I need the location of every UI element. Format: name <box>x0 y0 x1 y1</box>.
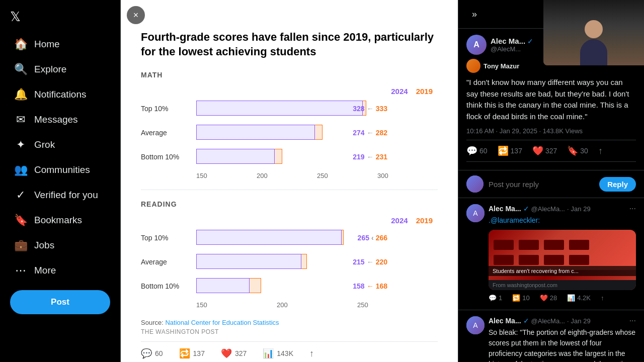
section-divider <box>141 190 438 190</box>
tweet-views: 143.8K <box>543 127 564 135</box>
reading-label-bottom10: Bottom 10% <box>141 282 196 290</box>
post-button[interactable]: Post <box>10 290 110 314</box>
retweet-button[interactable]: 🔁 137 <box>179 348 205 359</box>
sidebar-item-home[interactable]: 🏠 Home <box>4 33 116 56</box>
math-arrow-bot: ← <box>367 153 374 161</box>
sidebar-item-notifications[interactable]: 🔔 Notifications <box>4 83 116 106</box>
math-x-axis: 150 200 250 300 <box>141 172 438 179</box>
reading-label-top10: Top 10% <box>141 234 196 242</box>
source-text: Source: National Center for Education St… <box>141 319 438 326</box>
stat-likes[interactable]: ❤️ 327 <box>532 145 557 156</box>
sidebar: 𝕏 🏠 Home 🔍 Explore 🔔 Notifications ✉ Mes… <box>0 0 121 362</box>
like-button[interactable]: ❤️ 327 <box>221 348 247 359</box>
legend-2019-reading: 2019 <box>416 216 433 225</box>
reading-arrow-avg: ← <box>367 258 374 266</box>
reply-rt-btn-1[interactable]: 🔁 10 <box>512 294 529 302</box>
legend-2024-reading: 2024 <box>391 216 408 225</box>
reading-bar-bottom10: Bottom 10% 158 ← 168 <box>141 277 387 295</box>
reply-views-btn-1[interactable]: 📊 4.2K <box>567 294 591 302</box>
math-bars: Top 10% 328 ← 333 Average <box>141 100 438 166</box>
classroom-visual <box>489 230 636 270</box>
tweet-timestamp: 10:16 AM · Jan 29, 2025 <box>466 127 537 135</box>
source-org: THE WASHINGTON POST <box>141 328 438 335</box>
sidebar-item-jobs[interactable]: 💼 Jobs <box>4 234 116 257</box>
sidebar-item-bookmarks[interactable]: 🔖 Bookmarks <box>4 209 116 232</box>
reply-avatar <box>466 175 484 193</box>
reply-button[interactable]: Reply <box>599 177 636 192</box>
views-button[interactable]: 📊 143K <box>263 348 293 359</box>
reply-more-1[interactable]: ··· <box>629 204 636 213</box>
comment-stat-count: 60 <box>479 147 488 155</box>
reply-handle-2: @AlecMa... <box>531 317 565 325</box>
reply-avatar-1: A <box>466 204 485 222</box>
math-section: MATH 2024 2019 Top 10% 328 <box>141 71 438 179</box>
math-tick-200: 200 <box>257 172 317 179</box>
head-circle <box>585 20 603 38</box>
math-tick-250: 250 <box>317 172 377 179</box>
math-label-top10: Top 10% <box>141 105 196 113</box>
reply-box: Reply <box>458 170 644 198</box>
math-values-bottom10: 219 ← 231 <box>353 153 387 161</box>
sidebar-item-more[interactable]: ⋯ More <box>4 259 116 282</box>
reply-tweet-1: A Alec Ma... ✓ @AlecMa... · Jan 29 ··· .… <box>458 198 644 310</box>
verified-check: ✓ <box>527 37 533 45</box>
stat-retweets[interactable]: 🔁 137 <box>498 145 522 156</box>
source-prefix: Source: <box>141 319 165 326</box>
communities-icon: 👥 <box>14 163 27 176</box>
reply-avatar-2: A <box>466 316 485 334</box>
sidebar-item-verified[interactable]: ✓ Verified for you <box>4 184 116 207</box>
reply-rt-count-1: 10 <box>522 294 529 302</box>
explore-icon: 🔍 <box>14 63 27 76</box>
image-caption: Students aren't recovering from c... <box>489 266 636 276</box>
stat-bookmarks[interactable]: 🔖 30 <box>567 145 588 156</box>
reply-handle-1: @AlecMa... <box>531 205 565 213</box>
reply-verified-2: ✓ <box>523 317 529 325</box>
reply-more-2[interactable]: ··· <box>629 316 636 325</box>
reading-val-2019-avg: 220 <box>376 258 387 266</box>
sidebar-label-grok: Grok <box>34 139 55 150</box>
stat-share[interactable]: ↑ <box>598 145 603 156</box>
reply-input[interactable] <box>489 180 594 189</box>
reply-comment-btn-1[interactable]: 💬 1 <box>489 294 502 302</box>
more-icon: ⋯ <box>14 264 27 277</box>
retweet-count: 137 <box>193 349 205 357</box>
source-link[interactable]: National Center for Education Statistics <box>165 319 279 326</box>
comment-button[interactable]: 💬 60 <box>141 348 163 359</box>
reading-val-2024-avg: 215 <box>353 258 364 266</box>
reply-date-1: Jan 29 <box>571 205 591 213</box>
chart-container: Fourth-grade scores have fallen since 20… <box>121 0 458 362</box>
reply-mention-1: .@laurameckler: <box>489 216 540 224</box>
reading-legend: 2024 2019 <box>141 216 438 225</box>
like-stat-count: 327 <box>545 147 557 155</box>
sidebar-item-communities[interactable]: 👥 Communities <box>4 158 116 182</box>
avatar: A <box>466 35 487 55</box>
replies-feed[interactable]: A Alec Ma... ✓ @AlecMa... · Jan 29 ··· .… <box>458 198 644 362</box>
collapse-button[interactable]: » <box>466 6 482 22</box>
reply-like-count-1: 28 <box>550 294 557 302</box>
sidebar-item-grok[interactable]: ✦ Grok <box>4 133 116 156</box>
webcam-person <box>543 0 644 65</box>
stat-comments[interactable]: 💬 60 <box>466 145 488 156</box>
person-silhouette <box>579 20 609 65</box>
math-tick-300: 300 <box>377 172 438 179</box>
sidebar-item-messages[interactable]: ✉ Messages <box>4 108 116 131</box>
co-author-name: Tony Mazur <box>484 62 519 70</box>
reply-like-btn-1[interactable]: ❤️ 28 <box>540 294 557 302</box>
reply-image-1[interactable]: Students aren't recovering from c... Fro… <box>489 230 636 290</box>
reading-values-average: 215 ← 220 <box>353 258 387 266</box>
reading-val-2019-top: 266 <box>376 234 387 242</box>
reply-share-btn-1[interactable]: ↑ <box>601 294 604 302</box>
reply-author-row-2: A Alec Ma... ✓ @AlecMa... · Jan 29 ··· S… <box>466 316 636 362</box>
reading-tick-200: 200 <box>277 301 357 309</box>
reply-views-count-1: 4.2K <box>577 294 591 302</box>
legend-2019-math: 2019 <box>416 87 433 96</box>
sidebar-item-explore[interactable]: 🔍 Explore <box>4 58 116 81</box>
share-button[interactable]: ↑ <box>309 348 314 359</box>
close-button[interactable]: × <box>127 6 145 24</box>
sidebar-label-home: Home <box>34 39 60 50</box>
reading-values-top10: 265 ‹ 266 <box>358 234 387 242</box>
verified-icon: ✓ <box>14 189 27 202</box>
body-shape <box>580 39 607 65</box>
views-icon: 📊 <box>263 348 274 359</box>
reading-label: READING <box>141 200 438 208</box>
